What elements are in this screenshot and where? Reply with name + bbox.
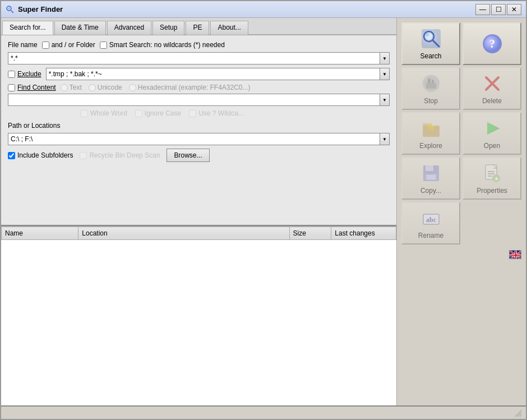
content-type-radio-group: Text Unicode Hexadecimal (example: FF4A3… xyxy=(61,84,251,91)
minimize-button[interactable]: — xyxy=(475,4,490,15)
stop-button[interactable]: Stop xyxy=(401,67,460,110)
whole-word-checkbox-label[interactable]: Whole Word xyxy=(81,109,127,117)
path-label: Path or Locations xyxy=(8,122,60,130)
recycle-bin-checkbox[interactable] xyxy=(80,152,87,159)
svg-text:abc: abc xyxy=(426,216,437,224)
ignore-case-checkbox[interactable] xyxy=(135,110,142,117)
open-button[interactable]: Open xyxy=(463,112,521,155)
exclude-row: Exclude ▼ xyxy=(8,68,390,80)
col-header-lastchanges[interactable]: Last changes xyxy=(331,227,396,240)
main-window: Super Finder — ☐ ✕ Search for... Date & … xyxy=(0,0,527,420)
include-subfolders-checkbox[interactable] xyxy=(8,152,15,159)
filename-input-row: ▼ xyxy=(8,52,390,64)
tab-advanced[interactable]: Advanced xyxy=(107,21,151,35)
filename-combo: ▼ xyxy=(8,52,390,64)
col-header-size[interactable]: Size xyxy=(289,227,331,240)
exclude-checkbox[interactable] xyxy=(8,71,15,78)
find-content-checkbox-label[interactable]: Find Content xyxy=(8,84,56,91)
hexadecimal-radio[interactable] xyxy=(129,84,136,91)
svg-point-7 xyxy=(426,33,429,36)
use-wildcard-checkbox[interactable] xyxy=(189,110,196,117)
action-button-grid: Search xyxy=(397,18,526,249)
content-combo: ▼ xyxy=(8,94,390,106)
svg-line-46 xyxy=(517,413,521,417)
title-bar: Super Finder — ☐ ✕ xyxy=(1,1,526,18)
use-wildcard-checkbox-label[interactable]: Use ? Wildca... xyxy=(189,109,244,117)
help-button[interactable]: ? xyxy=(463,22,521,65)
tab-pe[interactable]: PE xyxy=(186,21,209,35)
tab-date-time[interactable]: Date & Time xyxy=(54,21,106,35)
maximize-button[interactable]: ☐ xyxy=(491,4,506,15)
delete-button-label: Delete xyxy=(482,97,502,105)
hexadecimal-radio-label[interactable]: Hexadecimal (example: FF4A32C0...) xyxy=(129,84,251,91)
explore-button-label: Explore xyxy=(419,142,442,150)
include-subfolders-label[interactable]: Include Subfolders xyxy=(8,151,73,159)
left-panel: Search for... Date & Time Advanced Setup… xyxy=(1,18,397,405)
filename-dropdown-btn[interactable]: ▼ xyxy=(380,52,390,64)
search-button[interactable]: Search xyxy=(401,22,460,65)
path-dropdown-btn[interactable]: ▼ xyxy=(380,133,390,145)
search-button-label: Search xyxy=(420,52,441,60)
svg-text:★: ★ xyxy=(493,176,498,182)
text-radio[interactable] xyxy=(61,84,68,91)
exclude-dropdown-btn[interactable]: ▼ xyxy=(380,68,390,80)
unicode-radio-label[interactable]: Unicode xyxy=(89,84,122,91)
and-or-folder-checkbox-label[interactable]: and / or Folder xyxy=(42,41,95,49)
path-input[interactable] xyxy=(8,133,380,145)
window-controls: — ☐ ✕ xyxy=(475,4,521,15)
and-or-folder-checkbox[interactable] xyxy=(42,41,49,49)
rename-button-label: Rename xyxy=(418,232,443,239)
stop-button-label: Stop xyxy=(424,97,438,105)
exclude-checkbox-label[interactable]: Exclude xyxy=(8,70,41,78)
properties-button-label: Properties xyxy=(477,187,507,195)
find-content-checkbox[interactable] xyxy=(8,84,15,91)
exclude-combo: ▼ xyxy=(46,68,390,80)
language-flag-area xyxy=(397,249,526,260)
rename-button[interactable]: abc Rename xyxy=(401,202,460,244)
explore-button[interactable]: Explore xyxy=(401,112,460,155)
filename-row: File name and / or Folder Smart Search: … xyxy=(8,41,390,49)
content-dropdown-btn[interactable]: ▼ xyxy=(380,94,390,106)
unicode-radio[interactable] xyxy=(89,84,96,91)
status-bar xyxy=(1,405,526,419)
svg-marker-22 xyxy=(487,122,498,135)
svg-rect-24 xyxy=(426,165,433,171)
svg-line-47 xyxy=(520,415,521,417)
ignore-case-checkbox-label[interactable]: Ignore Case xyxy=(135,109,181,117)
copy-button[interactable]: Copy... xyxy=(401,157,460,200)
resize-handle[interactable] xyxy=(514,409,521,417)
tab-bar: Search for... Date & Time Advanced Setup… xyxy=(1,18,396,35)
recycle-bin-label[interactable]: Recycle Bin Deep Scan xyxy=(80,151,160,159)
path-combo: ▼ xyxy=(8,133,390,145)
properties-icon: ★ xyxy=(481,162,503,184)
tab-about[interactable]: About... xyxy=(210,21,248,35)
smart-search-checkbox-label[interactable]: Smart Search: no wildcards (*) needed xyxy=(100,41,225,49)
text-radio-label[interactable]: Text xyxy=(61,84,82,91)
tab-search-for[interactable]: Search for... xyxy=(2,21,53,35)
content-input-row: ▼ xyxy=(8,94,390,106)
filename-label: File name xyxy=(8,41,38,49)
browse-button[interactable]: Browse... xyxy=(167,149,209,162)
window-title: Super Finder xyxy=(18,5,475,13)
delete-button[interactable]: Delete xyxy=(463,67,521,110)
filename-input[interactable] xyxy=(8,52,380,64)
right-panel: Search xyxy=(397,18,526,405)
svg-rect-16 xyxy=(426,83,436,89)
svg-text:?: ? xyxy=(489,38,495,50)
col-header-location[interactable]: Location xyxy=(78,227,289,240)
smart-search-checkbox[interactable] xyxy=(100,41,107,49)
content-input[interactable] xyxy=(8,94,380,106)
tab-setup[interactable]: Setup xyxy=(152,21,184,35)
properties-button[interactable]: ★ Properties xyxy=(463,157,521,200)
whole-word-checkbox[interactable] xyxy=(81,110,88,117)
copy-icon xyxy=(420,162,442,184)
svg-line-1 xyxy=(11,10,14,13)
col-header-name[interactable]: Name xyxy=(2,227,78,240)
open-icon xyxy=(481,117,503,140)
search-icon xyxy=(420,27,442,50)
exclude-input[interactable] xyxy=(46,68,380,80)
path-label-row: Path or Locations xyxy=(8,122,390,130)
close-button[interactable]: ✕ xyxy=(507,4,521,15)
open-button-label: Open xyxy=(484,142,500,150)
form-area: File name and / or Folder Smart Search: … xyxy=(1,35,396,225)
